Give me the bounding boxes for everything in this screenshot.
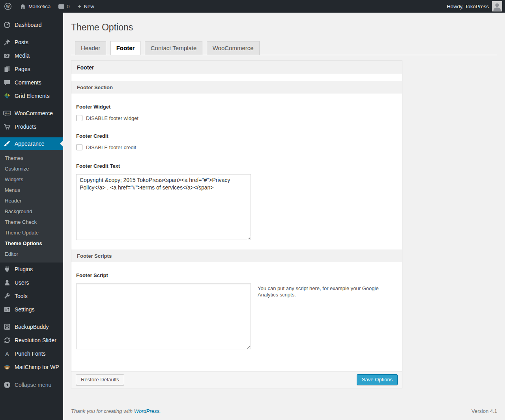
save-options-button[interactable]: Save Options — [357, 374, 398, 385]
sidebar-item-tools[interactable]: Tools — [0, 289, 63, 303]
sidebar-item-dashboard[interactable]: Dashboard — [0, 18, 63, 32]
refresh-icon — [3, 336, 11, 344]
pages-icon — [3, 65, 11, 73]
sidebar-item-label: Products — [15, 124, 36, 130]
sidebar-item-label: Posts — [15, 39, 28, 45]
comment-bubble-icon — [58, 4, 64, 9]
sidebar-item-products[interactable]: Products — [0, 120, 63, 133]
new-content-button[interactable]: + New — [74, 0, 98, 13]
tab-contact-template[interactable]: Contact Template — [145, 41, 202, 55]
menu-separator — [0, 133, 63, 137]
collapse-arrow-icon — [3, 381, 11, 389]
footer-script-hint: You can put any script here, for example… — [258, 283, 380, 298]
footer-section-body: Footer Widget DISABLE footer widget Foot… — [71, 94, 402, 249]
avatar — [492, 1, 502, 11]
restore-defaults-button[interactable]: Restore Defaults — [76, 374, 124, 385]
sidebar-item-media[interactable]: Media — [0, 49, 63, 62]
submenu-item-widgets[interactable]: Widgets — [0, 174, 63, 185]
footer-thanks: Thank you for creating with WordPress. — [71, 408, 161, 414]
sidebar-item-label: Users — [15, 279, 29, 286]
footer-script-label: Footer Script — [76, 272, 397, 278]
site-name-link[interactable]: Marketica — [16, 0, 54, 13]
media-icon — [3, 52, 11, 60]
admin-bar-left: W Marketica 0 + New — [0, 0, 98, 13]
tab-header[interactable]: Header — [75, 41, 106, 55]
grid-elements-icon — [3, 92, 11, 100]
footer-credit-checkbox-label: DISABLE footer credit — [86, 144, 136, 150]
page-footer: Thank you for creating with WordPress. V… — [71, 408, 497, 420]
sidebar-item-mailchimp[interactable]: MailChimp for WP — [0, 360, 63, 374]
tab-footer[interactable]: Footer — [110, 41, 141, 55]
sidebar-item-label: Tools — [15, 293, 28, 299]
sidebar-item-label: Plugins — [15, 266, 33, 272]
sidebar-item-users[interactable]: Users — [0, 276, 63, 289]
footer-credit-row: DISABLE footer credit — [76, 144, 397, 150]
sidebar-item-plugins[interactable]: Plugins — [0, 262, 63, 276]
sidebar-item-settings[interactable]: Settings — [0, 303, 63, 316]
sidebar-item-label: WooCommerce — [15, 110, 53, 116]
wordpress-logo-icon: W — [4, 2, 12, 10]
comments-icon — [3, 79, 11, 86]
sidebar-item-backupbuddy[interactable]: BackupBuddy — [0, 320, 63, 334]
submenu-item-background[interactable]: Background — [0, 206, 63, 217]
new-label: New — [84, 4, 94, 9]
sidebar-item-comments[interactable]: Comments — [0, 76, 63, 89]
section-header-footer-section: Footer Section — [71, 81, 402, 94]
woocommerce-icon: Woo — [3, 109, 11, 117]
group-header-footer: Footer — [71, 61, 402, 74]
menu-separator — [0, 316, 63, 320]
sidebar-item-pages[interactable]: Pages — [0, 62, 63, 76]
submenu-item-header[interactable]: Header — [0, 195, 63, 206]
admin-bar: W Marketica 0 + New Howdy, TokoPress — [0, 0, 505, 13]
sidebar-item-label: MailChimp for WP — [15, 364, 59, 370]
sidebar-item-woocommerce[interactable]: Woo WooCommerce — [0, 107, 63, 120]
thanks-text: Thank you for creating with — [71, 408, 133, 414]
svg-text:W: W — [6, 4, 10, 9]
sidebar-item-punch-fonts[interactable]: A Punch Fonts — [0, 347, 63, 360]
sidebar-item-posts[interactable]: Posts — [0, 36, 63, 49]
section-header-footer-scripts: Footer Scripts — [71, 249, 402, 262]
dashboard-icon — [3, 21, 11, 29]
wp-logo-button[interactable]: W — [0, 0, 16, 13]
panel-spacer — [71, 74, 402, 81]
submenu-item-theme-options[interactable]: Theme Options — [0, 238, 63, 249]
settings-icon — [3, 306, 11, 313]
sidebar-item-label: Comments — [15, 79, 41, 86]
sidebar-item-revolution-slider[interactable]: Revolution Slider — [0, 334, 63, 347]
panel-actions: Restore Defaults Save Options — [71, 371, 402, 388]
sidebar-item-label: Pages — [15, 66, 30, 72]
footer-widget-checkbox-label: DISABLE footer widget — [86, 115, 138, 121]
monkey-icon — [3, 363, 11, 371]
sidebar-item-grid-elements[interactable]: Grid Elements — [0, 89, 63, 103]
theme-options-panel: Footer Footer Section Footer Widget DISA… — [71, 60, 402, 388]
menu-separator — [0, 103, 63, 107]
howdy-label: Howdy, TokoPress — [447, 4, 489, 9]
sidebar-item-appearance[interactable]: Appearance — [0, 137, 63, 150]
footer-credit-disable-checkbox[interactable] — [76, 144, 82, 150]
comments-shortcut[interactable]: 0 — [54, 0, 73, 13]
wrench-icon — [3, 292, 11, 300]
tab-woocommerce[interactable]: WooCommerce — [207, 41, 260, 55]
submenu-item-theme-check[interactable]: Theme Check — [0, 217, 63, 227]
sidebar-item-label: Punch Fonts — [15, 351, 46, 357]
backup-icon — [3, 323, 11, 331]
site-name-label: Marketica — [28, 4, 50, 9]
sidebar-item-label: Dashboard — [15, 22, 42, 28]
plugin-icon — [3, 265, 11, 273]
main-content: Theme Options Header Footer Contact Temp… — [63, 0, 505, 420]
sidebar-item-label: Grid Elements — [15, 93, 50, 99]
footer-script-textarea[interactable] — [76, 283, 251, 349]
collapse-menu-button[interactable]: Collapse menu — [0, 378, 63, 392]
account-menu[interactable]: Howdy, TokoPress — [447, 0, 505, 13]
wordpress-link[interactable]: WordPress. — [134, 408, 161, 414]
submenu-item-theme-update[interactable]: Theme Update — [0, 227, 63, 238]
footer-widget-label: Footer Widget — [76, 104, 397, 110]
pushpin-icon — [3, 38, 11, 46]
submenu-item-themes[interactable]: Themes — [0, 153, 63, 163]
submenu-item-editor[interactable]: Editor — [0, 249, 63, 259]
version-label: Version 4.1 — [471, 408, 497, 414]
footer-credit-textarea[interactable]: Copyright &copy; 2015 TokoPress<span><a … — [76, 174, 251, 240]
footer-widget-disable-checkbox[interactable] — [76, 115, 82, 121]
submenu-item-menus[interactable]: Menus — [0, 185, 63, 195]
submenu-item-customize[interactable]: Customize — [0, 163, 63, 174]
